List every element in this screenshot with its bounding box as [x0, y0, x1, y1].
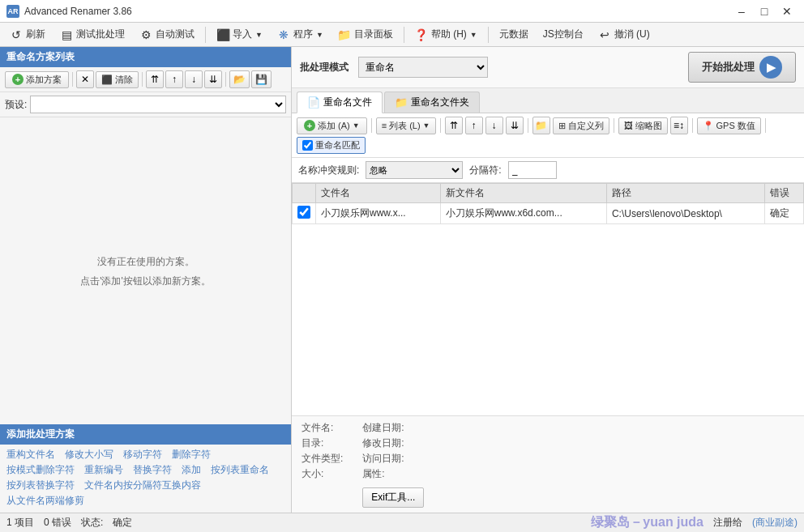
app-title: Advanced Renamer 3.86: [24, 6, 132, 17]
method-delete-char[interactable]: 删除字符: [172, 448, 211, 462]
tab-rename-file-label: 重命名文件: [323, 96, 372, 109]
state-label: 状态:: [81, 516, 103, 530]
sep-input[interactable]: [508, 161, 557, 179]
rt-move-bottom-button[interactable]: ⇊: [506, 117, 524, 134]
method-replace-char[interactable]: 替换字符: [133, 463, 172, 477]
method-list-replace[interactable]: 按列表替换字符: [6, 479, 75, 492]
test-batch-icon: ▤: [60, 28, 73, 41]
file-table-container[interactable]: 文件名 新文件名 路径 错误 小刀娱乐网www.x... 小刀娱乐网www.x6…: [292, 183, 804, 415]
menu-refresh-label: 刷新: [26, 28, 45, 41]
undo-icon: ↩: [598, 28, 611, 41]
start-batch-button[interactable]: 开始批处理 ▶: [688, 52, 796, 83]
title-bar-controls: – □ ✕: [731, 3, 798, 19]
menu-undo[interactable]: ↩ 撤消 (U): [592, 25, 656, 44]
col-new-filename[interactable]: 新文件名: [440, 184, 606, 203]
menu-help[interactable]: ❓ 帮助 (H) ▼: [408, 25, 484, 44]
rt-move-top-button[interactable]: ⇈: [445, 117, 463, 134]
menu-programs[interactable]: ❋ 程序 ▼: [271, 25, 330, 44]
menu-undo-label: 撤消 (U): [614, 28, 650, 41]
rename-folder-icon: 📁: [395, 96, 408, 109]
rt-sort-button[interactable]: ≡↕: [670, 117, 688, 134]
tab-rename-folder-label: 重命名文件夹: [411, 96, 469, 109]
method-trim[interactable]: 从文件名两端修剪: [6, 494, 84, 508]
add-scheme-button[interactable]: + 添加方案: [5, 71, 69, 88]
menu-metadata[interactable]: 元数据: [493, 25, 535, 44]
tab-rename-file[interactable]: 📄 重命名文件: [297, 92, 383, 113]
conflict-select[interactable]: 忽略 覆盖 跳过: [366, 161, 463, 179]
method-add[interactable]: 添加: [182, 463, 201, 477]
match-name-checkbox[interactable]: [302, 140, 313, 151]
move-down-button[interactable]: ↓: [185, 70, 203, 88]
empty-msg-1: 没有正在使用的方案。: [97, 252, 195, 271]
batch-mode-label: 批处理模式: [300, 61, 349, 74]
menu-test-batch[interactable]: ▤ 测试批处理: [53, 25, 131, 44]
menu-dir-panel[interactable]: 📁 目录面板: [331, 25, 400, 44]
register-link[interactable]: (商业副途): [752, 516, 798, 530]
rt-gps-button[interactable]: 📍 GPS 数值: [697, 117, 761, 134]
batch-mode-bar: 批处理模式 重命名 复制 移动 开始批处理 ▶: [292, 47, 804, 88]
col-path[interactable]: 路径: [606, 184, 764, 203]
filetype-key: 文件类型:: [302, 452, 343, 466]
tab-rename-folder[interactable]: 📁 重命名文件夹: [384, 92, 480, 113]
menu-js-label: JS控制台: [543, 28, 584, 41]
batch-mode-select[interactable]: 重命名 复制 移动: [358, 57, 488, 78]
rt-move-up-button[interactable]: ↑: [465, 117, 483, 134]
method-renumber[interactable]: 重新编号: [84, 463, 123, 477]
rt-add-button[interactable]: + 添加 (A) ▼: [297, 117, 367, 134]
play-icon: ▶: [759, 56, 782, 79]
preset-select[interactable]: [30, 96, 286, 113]
minimize-button[interactable]: –: [731, 3, 752, 19]
rt-custom-col-button[interactable]: ⊞ 自定义列: [553, 117, 609, 134]
rt-thumbnail-button[interactable]: 🖼 缩略图: [618, 117, 668, 134]
method-swap-sep[interactable]: 文件名内按分隔符互换内容: [84, 479, 201, 492]
rt-folder-button[interactable]: 📁: [532, 117, 550, 134]
conflict-row: 名称冲突规则: 忽略 覆盖 跳过 分隔符:: [292, 158, 804, 183]
table-row[interactable]: 小刀娱乐网www.x... 小刀娱乐网www.x6d.com... C:\Use…: [293, 203, 804, 224]
menu-auto-test[interactable]: ⚙ 自动测试: [133, 25, 201, 44]
file-tabs: 📄 重命名文件 📁 重命名文件夹: [292, 88, 804, 113]
rt-list-button[interactable]: ≡ 列表 (L) ▼: [376, 117, 436, 134]
open-file-button[interactable]: 📂: [229, 70, 250, 88]
row-path: C:\Users\lenovo\Desktop\: [606, 203, 764, 224]
conflict-label: 名称冲突规则:: [298, 164, 359, 177]
menu-js-console[interactable]: JS控制台: [537, 25, 590, 44]
left-toolbar: + 添加方案 ✕ ⬛ 清除 ⇈ ↑ ↓ ⇊ 📂 💾: [0, 67, 291, 92]
register-label: 注册给: [713, 516, 742, 530]
left-toolbar-sep3: [225, 72, 226, 87]
col-filename[interactable]: 文件名: [316, 184, 441, 203]
exif-button[interactable]: Exif工具...: [362, 487, 424, 508]
row-new-filename: 小刀娱乐网www.x6d.com...: [440, 203, 606, 224]
move-bottom-button[interactable]: ⇊: [204, 70, 222, 88]
menu-sep-3: [488, 27, 489, 43]
method-move-char[interactable]: 移动字符: [123, 448, 162, 462]
menu-bar: ↺ 刷新 ▤ 测试批处理 ⚙ 自动测试 ⬛ 导入 ▼ ❋ 程序 ▼ 📁 目录面板…: [0, 23, 804, 47]
rt-move-down-button[interactable]: ↓: [485, 117, 503, 134]
rename-file-icon: 📄: [307, 96, 320, 109]
maximize-button[interactable]: □: [754, 3, 775, 19]
method-pattern-delete[interactable]: 按模式删除字符: [6, 463, 75, 477]
menu-import[interactable]: ⬛ 导入 ▼: [210, 25, 269, 44]
sep-label: 分隔符:: [469, 164, 501, 177]
col-check: [293, 184, 316, 203]
clear-button[interactable]: ⬛ 清除: [96, 71, 139, 88]
move-up-button[interactable]: ↑: [165, 70, 183, 88]
add-icon: +: [12, 74, 24, 85]
method-change-case[interactable]: 修改大小写: [65, 448, 113, 462]
rt-add-icon: +: [304, 120, 315, 131]
rt-match-name-button[interactable]: 重命名匹配: [297, 137, 366, 154]
menu-refresh[interactable]: ↺ 刷新: [3, 25, 52, 44]
add-batch-header: 添加批处理方案: [0, 424, 291, 445]
method-list-rename[interactable]: 按列表重命名: [211, 463, 269, 477]
menu-import-label: 导入: [233, 28, 252, 41]
left-panel-header: 重命名方案列表: [0, 47, 291, 67]
rt-sep-1: [371, 118, 372, 133]
row-check[interactable]: [293, 203, 316, 224]
size-key: 大小:: [302, 467, 323, 481]
close-button[interactable]: ✕: [776, 3, 798, 19]
preset-row: 预设:: [0, 92, 291, 117]
method-rename-file[interactable]: 重构文件名: [6, 448, 55, 462]
delete-scheme-button[interactable]: ✕: [76, 70, 94, 88]
save-button[interactable]: 💾: [251, 70, 272, 88]
move-top-button[interactable]: ⇈: [146, 70, 164, 88]
col-error[interactable]: 错误: [764, 184, 803, 203]
